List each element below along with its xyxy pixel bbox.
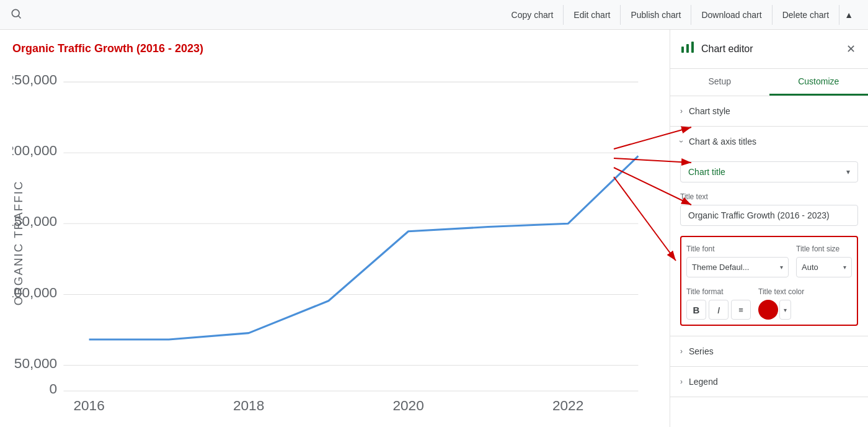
chart-axis-titles-content: Chart title ▾ Title text Title font Them… [670, 156, 868, 336]
tab-customize[interactable]: Customize [769, 69, 869, 96]
toolbar-collapse-button[interactable]: ▲ [839, 5, 858, 25]
title-format-label: Title format [686, 287, 751, 296]
chart-area: Organic Traffic Growth (2016 - 2023) 250… [0, 30, 670, 427]
title-text-label: Title text [680, 192, 858, 201]
chart-svg: 250,000 200,000 150,000 100,000 50,000 0… [12, 63, 651, 417]
panel-close-button[interactable]: ✕ [844, 40, 858, 58]
svg-text:200,000: 200,000 [12, 142, 57, 158]
format-highlight-box: Title font Theme Defaul... ▾ Title font … [680, 236, 858, 326]
toolbar: Copy chart Edit chart Publish chart Down… [0, 0, 868, 30]
chart-title-select-row: Chart title ▾ [680, 161, 858, 182]
title-format-group: Title format B I ≡ [686, 287, 751, 320]
panel-tabs: Setup Customize [670, 69, 868, 96]
svg-text:ORGANIC TRAFFIC: ORGANIC TRAFFIC [12, 181, 25, 306]
edit-chart-button[interactable]: Edit chart [564, 5, 621, 25]
bold-button[interactable]: B [686, 300, 706, 320]
chart-axis-titles-section: › Chart & axis titles Chart title ▾ Titl… [670, 127, 868, 336]
font-family-dropdown[interactable]: Theme Defaul... ▾ [686, 257, 789, 277]
svg-rect-22 [691, 42, 694, 53]
chart-axis-titles-label: Chart & axis titles [689, 137, 756, 146]
font-size-control: Title font size Auto ▾ [796, 245, 852, 277]
search-icon[interactable] [10, 7, 22, 22]
font-controls: Title font Theme Defaul... ▾ Title font … [686, 245, 852, 277]
legend-chevron-icon: › [680, 377, 683, 386]
color-swatch-button[interactable] [758, 300, 778, 320]
copy-chart-button[interactable]: Copy chart [502, 5, 564, 25]
font-size-value: Auto [802, 263, 843, 272]
chart-title-dropdown-arrow-icon: ▾ [846, 168, 850, 176]
chart-style-chevron-icon: › [680, 107, 683, 115]
font-size-dropdown[interactable]: Auto ▾ [796, 257, 852, 277]
title-color-label: Title text color [758, 287, 804, 296]
svg-text:2022: 2022 [552, 397, 583, 413]
font-family-value: Theme Defaul... [692, 263, 780, 272]
svg-text:50,000: 50,000 [14, 355, 57, 371]
download-chart-button[interactable]: Download chart [691, 5, 772, 25]
right-panel: Chart editor ✕ Setup Customize › Chart s… [670, 30, 868, 427]
format-buttons: B I ≡ [686, 300, 751, 320]
title-text-input[interactable] [680, 205, 858, 226]
tab-setup[interactable]: Setup [670, 69, 769, 96]
chart-title: Organic Traffic Growth (2016 - 2023) [12, 42, 651, 55]
legend-label: Legend [689, 377, 718, 387]
chart-title-dropdown-label: Chart title [688, 167, 725, 177]
chart-style-section: › Chart style [670, 96, 868, 127]
italic-button[interactable]: I [709, 300, 728, 320]
publish-chart-button[interactable]: Publish chart [621, 5, 691, 25]
svg-rect-20 [681, 47, 684, 53]
title-color-control: Title text color ▾ [758, 287, 804, 320]
font-family-label: Title font [686, 245, 789, 253]
legend-section: › Legend [670, 367, 868, 397]
svg-text:2018: 2018 [233, 397, 264, 413]
panel-header: Chart editor ✕ [670, 30, 868, 69]
legend-header[interactable]: › Legend [670, 367, 868, 397]
svg-line-1 [19, 16, 21, 18]
font-size-arrow-icon: ▾ [843, 264, 846, 271]
svg-point-0 [12, 9, 19, 17]
font-size-label: Title font size [796, 245, 852, 253]
delete-chart-button[interactable]: Delete chart [773, 5, 839, 25]
series-label: Series [689, 346, 714, 356]
color-btn-wrapper: ▾ [758, 300, 804, 320]
chart-style-label: Chart style [689, 106, 730, 116]
font-family-control: Title font Theme Defaul... ▾ [686, 245, 789, 277]
main-content: Organic Traffic Growth (2016 - 2023) 250… [0, 30, 868, 427]
svg-rect-21 [686, 44, 689, 53]
svg-text:2020: 2020 [392, 397, 423, 413]
svg-text:0: 0 [49, 380, 57, 397]
chart-style-header[interactable]: › Chart style [670, 96, 868, 126]
chart-axis-titles-chevron-icon: › [677, 140, 686, 143]
align-button[interactable]: ≡ [731, 300, 751, 320]
chart-container: 250,000 200,000 150,000 100,000 50,000 0… [12, 63, 651, 417]
format-color-row: Title format B I ≡ Title text color [686, 287, 852, 320]
series-section: › Series [670, 336, 868, 367]
chart-axis-titles-header[interactable]: › Chart & axis titles [670, 127, 868, 156]
panel-title: Chart editor [701, 43, 844, 55]
chart-editor-icon [680, 40, 695, 58]
series-chevron-icon: › [680, 347, 683, 356]
color-arrow-button[interactable]: ▾ [779, 300, 791, 320]
svg-text:250,000: 250,000 [12, 71, 57, 88]
svg-text:2016: 2016 [73, 397, 104, 413]
chart-title-dropdown[interactable]: Chart title ▾ [680, 161, 858, 182]
series-header[interactable]: › Series [670, 336, 868, 366]
toolbar-actions: Copy chart Edit chart Publish chart Down… [502, 5, 858, 25]
font-family-arrow-icon: ▾ [780, 264, 783, 271]
